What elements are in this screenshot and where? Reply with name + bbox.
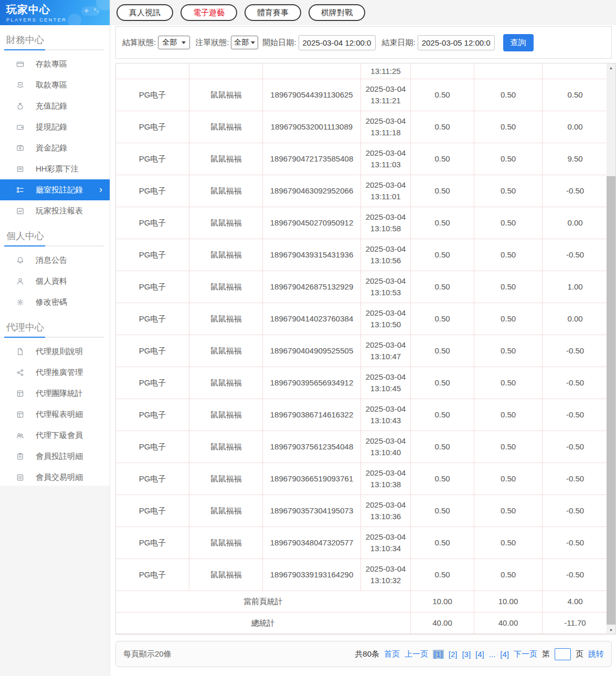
sidebar-item[interactable]: 代理團隊統計	[0, 383, 110, 404]
cell-bet: 0.50	[411, 239, 474, 271]
cell-game: 鼠鼠福福	[189, 143, 263, 175]
lottery-icon	[16, 165, 24, 173]
sidebar-nav: 財務中心存款專區取款專區充值記錄提現記錄資金記錄HH彩票下注廳室投註記錄›玩家投…	[0, 25, 110, 488]
cell-time: 2025-03-0413:10:53	[361, 271, 411, 303]
sidebar-item[interactable]: 會員投註明細	[0, 446, 110, 467]
table-row: PG电子鼠鼠福福18967903391931642902025-03-0413:…	[116, 559, 608, 591]
profile-icon	[16, 277, 24, 285]
filter-bar: 結算狀態: 全部 注單狀態: 全部 開始日期: 結束日期: 查詢	[115, 26, 612, 59]
cell	[543, 63, 608, 79]
page: 玩家中心 PLAYERS CENTER 財務中心存款專區取款專區充值記錄提現記錄…	[0, 0, 616, 676]
cell-time: 2025-03-0413:11:18	[361, 111, 411, 143]
cell-order-no: 1896790348047320577	[263, 527, 361, 559]
tab-1[interactable]: 真人視訊	[116, 4, 173, 21]
page-link[interactable]: [2]	[449, 650, 458, 659]
sidebar-item[interactable]: 修改密碼	[0, 292, 110, 313]
cell-date: 2025-03-04	[366, 147, 406, 159]
sidebar-item[interactable]: 代理推廣管理	[0, 362, 110, 383]
sidebar-item[interactable]: 取款專區	[0, 74, 110, 95]
cell-clock: 13:10:56	[370, 255, 401, 266]
page-size-text: 每頁顯示20條	[123, 649, 172, 659]
sidebar-item[interactable]: 提現記錄	[0, 116, 110, 137]
cell-order-no: 1896790426875132929	[263, 271, 361, 303]
cell-clock: 13:10:58	[370, 223, 401, 234]
table-row: PG电子鼠鼠福福18967904630929520662025-03-0413:…	[116, 175, 608, 207]
table-row: PG电子鼠鼠福福18967903480473205772025-03-0413:…	[116, 527, 608, 559]
deposit-icon	[16, 60, 24, 68]
sidebar-item[interactable]: 個人資料	[0, 271, 110, 292]
first-page-link[interactable]: 首页	[384, 649, 400, 659]
cell-time: 2025-03-0413:10:50	[361, 303, 411, 335]
cell-game: 鼠鼠福福	[189, 303, 263, 335]
tab-3[interactable]: 體育賽事	[245, 4, 301, 21]
jump-prefix-label: 第	[542, 649, 550, 659]
scrollbar-up-icon[interactable]: ▲	[607, 63, 615, 72]
cell-provider: PG电子	[116, 367, 189, 399]
cell-date: 2025-03-04	[366, 371, 406, 383]
tab-2[interactable]: 電子遊藝	[180, 4, 237, 21]
cell-date: 2025-03-04	[366, 339, 406, 351]
cell-provider: PG电子	[116, 335, 189, 367]
cell-date: 2025-03-04	[366, 115, 406, 127]
scrollbar-down-icon[interactable]: ▼	[607, 626, 615, 634]
cell-clock: 13:10:32	[370, 575, 401, 586]
cell-date: 2025-03-04	[366, 307, 406, 319]
cell-profit: -0.50	[543, 559, 608, 591]
cell-provider: PG电子	[116, 79, 189, 111]
sidebar-item-label: 代理報表明細	[36, 410, 83, 420]
sidebar-item[interactable]: 會員交易明細	[0, 467, 110, 488]
cell-clock: 13:10:40	[370, 447, 401, 458]
scrollbar-thumb[interactable]	[607, 176, 615, 625]
cell-provider: PG电子	[116, 143, 189, 175]
cell-profit: 0.50	[543, 79, 608, 111]
sidebar-item[interactable]: 資金記錄	[0, 137, 110, 158]
cell-valid-bet: 0.50	[474, 527, 543, 559]
cell-bet: 0.50	[411, 207, 474, 239]
table-row: PG电子鼠鼠福福18967905443911306252025-03-0413:…	[116, 79, 608, 111]
cell-date: 2025-03-04	[366, 403, 406, 415]
table-row: PG电子鼠鼠福福18967903573041950732025-03-0413:…	[116, 495, 608, 527]
prev-page-link[interactable]: 上一页	[405, 649, 428, 659]
cell-valid-bet: 0.50	[474, 207, 543, 239]
page-link[interactable]: [3]	[462, 650, 471, 659]
cell-bet: 0.50	[411, 111, 474, 143]
settle-status-select[interactable]: 全部	[158, 36, 190, 49]
sidebar-item[interactable]: 代理報表明細	[0, 404, 110, 425]
start-date-input[interactable]	[299, 35, 376, 50]
cell-provider: PG电子	[116, 399, 189, 431]
cell-order-no: 1896790375612354048	[263, 431, 361, 463]
cell	[263, 63, 361, 79]
cell-order-no: 1896790414023760384	[263, 303, 361, 335]
jump-page-input[interactable]	[555, 648, 571, 660]
page-link[interactable]: [4]	[500, 650, 509, 659]
members-icon	[16, 431, 24, 439]
table-scrollbar[interactable]: ▲ ▼	[607, 63, 615, 634]
cell	[411, 63, 474, 79]
sidebar-item[interactable]: 代理下級會員	[0, 425, 110, 446]
cell-time: 2025-03-0413:11:01	[361, 175, 411, 207]
cell-game: 鼠鼠福福	[189, 495, 263, 527]
end-date-input[interactable]	[418, 35, 495, 50]
cell	[474, 63, 543, 79]
sidebar-item[interactable]: 存款專區	[0, 53, 110, 74]
sidebar-item[interactable]: 廳室投註記錄›	[0, 179, 110, 200]
jump-button[interactable]: 跳转	[588, 649, 604, 659]
sidebar-item[interactable]: HH彩票下注	[0, 158, 110, 179]
cell-date: 2025-03-04	[366, 435, 406, 447]
sidebar-item[interactable]: 玩家投注報表	[0, 200, 110, 221]
tab-4[interactable]: 棋牌對戰	[309, 4, 365, 21]
sidebar-item[interactable]: 代理規則說明	[0, 341, 110, 362]
sidebar-item[interactable]: 充值記錄	[0, 95, 110, 116]
cell-provider: PG电子	[116, 239, 189, 271]
search-button[interactable]: 查詢	[503, 34, 534, 51]
page-ellipsis: ...	[489, 650, 496, 659]
cell-clock: 13:11:18	[370, 127, 400, 138]
cell-time: 2025-03-0413:10:47	[361, 335, 411, 367]
sidebar-item[interactable]: 消息公告	[0, 250, 110, 271]
cell-profit: -0.50	[543, 527, 608, 559]
page-link[interactable]: [4]	[475, 650, 484, 659]
chevron-right-icon: ›	[99, 185, 102, 194]
next-page-link[interactable]: 下一页	[514, 649, 537, 659]
sidebar-item-label: 存款專區	[36, 59, 67, 69]
order-status-select[interactable]: 全部	[231, 36, 258, 49]
